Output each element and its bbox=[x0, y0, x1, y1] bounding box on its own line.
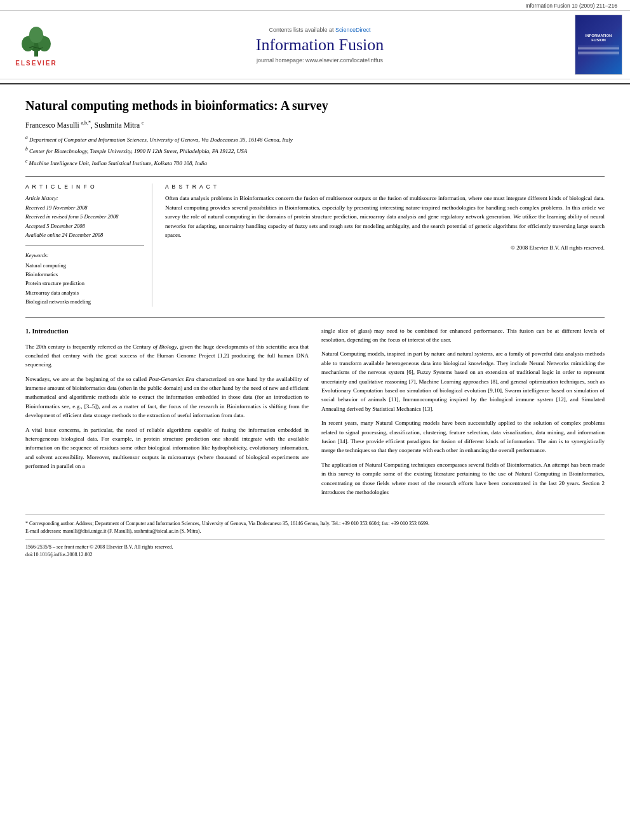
footnote: * Corresponding author. Address; Departm… bbox=[25, 520, 605, 540]
intro-para-2: Nowadays, we are at the beginning of the… bbox=[25, 375, 309, 420]
history-label: Article history: bbox=[25, 194, 144, 203]
cover-decoration bbox=[578, 45, 619, 56]
page-wrapper: Information Fusion 10 (2009) 211–216 ELS… bbox=[0, 0, 630, 571]
copyright-line: © 2008 Elsevier B.V. All rights reserved… bbox=[165, 244, 605, 251]
affiliation-a: a Department of Computer and Information… bbox=[25, 134, 605, 145]
corresponding-author-text: Corresponding author. Address; Departmen… bbox=[29, 521, 429, 526]
journal-banner: ELSEVIER Contents lists available at Sci… bbox=[0, 10, 630, 79]
article-meta-row: A R T I C L E I N F O Article history: R… bbox=[25, 177, 605, 306]
keyword-5: Biological networks modeling bbox=[25, 297, 144, 306]
article-info: A R T I C L E I N F O Article history: R… bbox=[25, 183, 152, 306]
keywords-list: Natural computing Bioinformatics Protein… bbox=[25, 261, 144, 307]
keyword-3: Protein structure prediction bbox=[25, 279, 144, 288]
author-sup-c: c bbox=[142, 120, 144, 126]
journal-center: Contents lists available at ScienceDirec… bbox=[65, 27, 575, 63]
paper-title: Natural computing methods in bioinformat… bbox=[25, 97, 605, 114]
affiliations: a Department of Computer and Information… bbox=[25, 134, 605, 168]
abstract-header: A B S T R A C T bbox=[165, 183, 605, 190]
right-para-2: Natural Computing models, inspired in pa… bbox=[321, 349, 605, 413]
svg-point-4 bbox=[29, 27, 43, 43]
paper-content: Natural computing methods in bioinformat… bbox=[0, 84, 630, 571]
body-right-column: single slice of glass) may need to be co… bbox=[321, 326, 605, 502]
elsevier-text: ELSEVIER bbox=[15, 60, 57, 67]
keyword-1: Natural computing bbox=[25, 261, 144, 270]
history-received: Received 19 November 2008 bbox=[25, 203, 144, 212]
intro-section-title: 1. Introduction bbox=[25, 326, 309, 337]
article-abstract: A B S T R A C T Often data analysis prob… bbox=[165, 183, 605, 306]
intro-para-3: A vital issue concerns, in particular, t… bbox=[25, 425, 309, 471]
paper-footer: * Corresponding author. Address; Departm… bbox=[25, 514, 605, 559]
sciencedirect-link[interactable]: ScienceDirect bbox=[335, 27, 371, 33]
elsevier-logo: ELSEVIER bbox=[8, 23, 65, 67]
journal-homepage: journal homepage: www.elsevier.com/locat… bbox=[71, 57, 568, 63]
history-online: Available online 24 December 2008 bbox=[25, 230, 144, 239]
footer-copyright: 1566-2535/$ – see front matter © 2008 El… bbox=[25, 543, 605, 559]
journal-cover-image: INFORMATIONFUSION bbox=[575, 15, 622, 75]
sup-c: c bbox=[25, 158, 27, 164]
keyword-4: Microarray data analysis bbox=[25, 288, 144, 297]
article-history: Article history: Received 19 November 20… bbox=[25, 194, 144, 245]
computing-detected: Computing bbox=[340, 350, 366, 357]
body-left-column: 1. Introduction The 20th century is freq… bbox=[25, 326, 309, 502]
affiliation-c: c Machine Intelligence Unit, Indian Stat… bbox=[25, 157, 605, 168]
issn-line: 1566-2535/$ – see front matter © 2008 El… bbox=[25, 543, 605, 551]
keyword-2: Bioinformatics bbox=[25, 270, 144, 279]
right-para-4: The application of Natural Computing tec… bbox=[321, 460, 605, 497]
sup-b: b bbox=[25, 146, 28, 152]
elsevier-tree-icon bbox=[17, 23, 56, 58]
article-info-header: A R T I C L E I N F O bbox=[25, 183, 144, 190]
email-label: E-mail addresses: bbox=[25, 528, 62, 534]
right-para-1: single slice of glass) may need to be co… bbox=[321, 326, 605, 345]
keywords-title: Keywords: bbox=[25, 252, 144, 258]
doi-line: doi:10.1016/j.inffus.2008.12.002 bbox=[25, 551, 605, 559]
sup-a: a bbox=[25, 135, 28, 140]
journal-title: Information Fusion bbox=[71, 36, 568, 55]
cover-title-text: INFORMATIONFUSION bbox=[586, 34, 612, 43]
intro-para-1: The 20th century is frequently referred … bbox=[25, 342, 309, 370]
abstract-text: Often data analysis problems in Bioinfor… bbox=[165, 194, 605, 239]
paper-authors: Francesco Masulli a,b,*, Sushmita Mitra … bbox=[25, 120, 605, 129]
affiliation-b: b Center for Biotechnology, Temple Unive… bbox=[25, 145, 605, 156]
journal-header: Information Fusion 10 (2009) 211–216 ELS… bbox=[0, 0, 630, 84]
body-columns: 1. Introduction The 20th century is freq… bbox=[25, 317, 605, 502]
footnote-symbol: * bbox=[25, 521, 28, 526]
journal-reference: Information Fusion 10 (2009) 211–216 bbox=[0, 0, 630, 10]
keywords-section: Keywords: Natural computing Bioinformati… bbox=[25, 252, 144, 307]
right-para-3: In recent years, many Natural Computing … bbox=[321, 418, 605, 455]
author-sup-a: a,b,* bbox=[81, 120, 91, 126]
sciencedirect-line: Contents lists available at ScienceDirec… bbox=[71, 27, 568, 33]
history-revised: Received in revised form 5 December 2008 bbox=[25, 212, 144, 221]
email-addresses: masulli@disi.unige.it (F. Masulli), sush… bbox=[63, 528, 201, 534]
history-accepted: Accepted 5 December 2008 bbox=[25, 222, 144, 230]
